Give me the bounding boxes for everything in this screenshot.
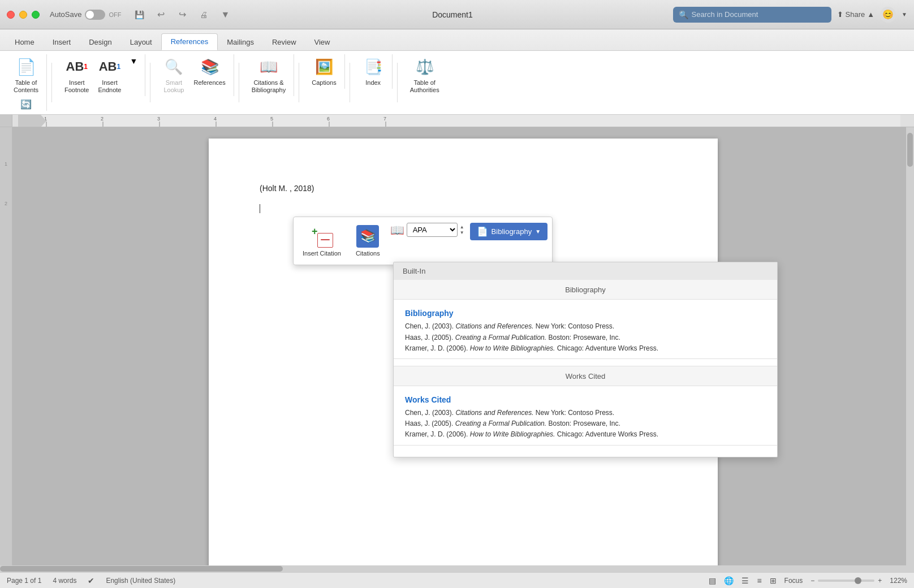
works-cited-dropdown-item[interactable]: Works Cited Chen, J. (2003). Citations a… [394, 386, 777, 446]
citations-popup-panel: + Insert Citation 📚 Citations [293, 217, 553, 265]
captions-button[interactable]: 🖼️ Captions [308, 54, 339, 89]
tab-home[interactable]: Home [6, 34, 44, 50]
smart-lookup-button[interactable]: 🔍 SmartLookup [159, 54, 188, 96]
ribbon-toolbar: 📄 Table ofContents 🔄 AB1 InsertFootnote … [0, 51, 914, 115]
endnote-options-button[interactable]: ▼ [127, 54, 140, 68]
layout-icon[interactable]: ▤ [709, 576, 716, 585]
more-icon[interactable]: ▼ [218, 8, 232, 21]
bibliography-dropdown: Built-In Bibliography Bibliography Chen,… [393, 262, 778, 457]
horizontal-scrollbar[interactable] [12, 565, 906, 572]
table-of-contents-button[interactable]: 📄 Table ofContents [10, 54, 42, 96]
tab-layout[interactable]: Layout [121, 34, 161, 50]
citations-label: Citations &Bibliography [252, 79, 286, 94]
proofing-icon[interactable]: ✔ [88, 576, 94, 585]
works-cited-ref-2: Haas, J. (2005). Creating a Formal Publi… [405, 418, 766, 429]
word-count: 4 words [53, 577, 76, 585]
works-cited-title: Works Cited [405, 395, 766, 404]
redo-icon[interactable]: ↪ [175, 8, 189, 21]
citations-books-icon: 📚 [356, 225, 379, 248]
svg-text:6: 6 [327, 116, 330, 122]
app-window: AutoSave OFF 💾 ↩ ↪ 🖨 ▼ Document1 🔍 ⬆ Sha… [0, 0, 914, 588]
research-group: 🔍 SmartLookup 📚 References [155, 54, 234, 96]
style-down-icon[interactable]: ▼ [460, 230, 464, 235]
citations-popup-btn[interactable]: 📚 Citations [351, 223, 385, 259]
autosave-toggle[interactable]: AutoSave OFF [50, 10, 121, 20]
index-button[interactable]: 📑 Index [359, 54, 387, 89]
zoom-thumb[interactable] [855, 577, 861, 584]
researcher-label: References [193, 79, 225, 87]
insert-endnote-button[interactable]: AB1 InsertEndnote [94, 54, 124, 96]
search-icon: 🔍 [679, 10, 688, 19]
print-icon[interactable]: 🖨 [197, 8, 210, 21]
tab-references[interactable]: References [161, 33, 218, 50]
researcher-button[interactable]: 📚 References [190, 54, 228, 89]
ruler-mark-2: 2 [5, 201, 7, 206]
user-avatar[interactable]: 😊 [880, 7, 896, 23]
bibliography-preview-label: Bibliography [394, 280, 777, 300]
works-cited-ref-3: Kramer, J. D. (2006). How to Write Bibli… [405, 429, 766, 440]
zoom-level[interactable]: 122% [890, 577, 907, 585]
svg-text:4: 4 [214, 116, 217, 122]
citation-style-select[interactable]: APA MLA Chicago Harvard [407, 223, 458, 237]
document-title: Document1 [238, 10, 667, 19]
zoom-in-icon[interactable]: + [878, 577, 882, 585]
insert-citation-label: Insert Citation [303, 250, 341, 257]
language[interactable]: English (United States) [106, 577, 175, 585]
share-icon: ⬆ [837, 10, 843, 19]
hscroll-thumb[interactable] [12, 566, 283, 572]
zoom-control[interactable]: − + [810, 577, 882, 585]
toc-group: 📄 Table ofContents 🔄 [6, 54, 47, 111]
footnote-label: InsertFootnote [64, 79, 89, 94]
tab-insert[interactable]: Insert [44, 34, 80, 50]
tab-mailings[interactable]: Mailings [218, 34, 263, 50]
ruler-mark-1: 1 [5, 161, 7, 167]
list-icon[interactable]: ☰ [741, 576, 749, 585]
statusbar: Page 1 of 1 4 words ✔ English (United St… [0, 572, 914, 588]
web-icon[interactable]: 🌐 [724, 576, 734, 585]
bibliography-item-title: Bibliography [405, 309, 766, 318]
bib-spacer [394, 359, 777, 366]
bibliography-dropdown-item[interactable]: Bibliography Chen, J. (2003). Citations … [394, 300, 777, 359]
captions-icon: 🖼️ [314, 57, 334, 77]
search-bar[interactable]: 🔍 [673, 7, 831, 23]
style-up-icon[interactable]: ▲ [460, 224, 464, 230]
insert-citation-popup-button[interactable]: + Insert Citation [298, 223, 346, 259]
toa-button[interactable]: ⚖️ Table ofAuthorities [407, 54, 443, 96]
maximize-button[interactable] [32, 11, 40, 19]
toc-refresh-button[interactable]: 🔄 [18, 97, 35, 111]
search-input[interactable] [692, 10, 816, 19]
citation-text[interactable]: (Holt M. , 2018) [260, 184, 667, 193]
chevron-icon: ▲ [867, 10, 874, 19]
tab-review[interactable]: Review [263, 34, 305, 50]
insert-footnote-button[interactable]: AB1 InsertFootnote [61, 54, 92, 96]
autosave-switch[interactable] [85, 10, 105, 20]
zoom-out-icon[interactable]: − [810, 577, 814, 585]
vertical-scrollbar[interactable] [906, 127, 914, 572]
toolbar-icons: 💾 ↩ ↪ 🖨 ▼ [132, 8, 232, 21]
endnote-icon: AB1 [100, 57, 120, 77]
read-mode-icon[interactable]: ⊞ [770, 576, 777, 585]
footnote-icon: AB1 [67, 57, 87, 77]
autosave-state: OFF [109, 11, 121, 18]
vscroll-thumb[interactable] [907, 133, 913, 167]
dropdown-arrow-icon[interactable]: ▼ [902, 11, 907, 18]
outline-icon[interactable]: ≡ [757, 576, 761, 585]
statusbar-right: ▤ 🌐 ☰ ≡ ⊞ Focus − + 122% [709, 576, 907, 585]
zoom-track[interactable] [818, 580, 874, 582]
cursor-line[interactable] [260, 204, 667, 213]
divider-2 [150, 63, 150, 102]
bibliography-ref-2: Haas, J. (2005). Creating a Formal Publi… [405, 332, 766, 343]
undo-icon[interactable]: ↩ [154, 8, 167, 21]
focus-label[interactable]: Focus [784, 577, 803, 585]
bibliography-button[interactable]: 📄 Bibliography ▼ [470, 223, 547, 240]
index-label: Index [365, 79, 381, 87]
minimize-button[interactable] [19, 11, 27, 19]
citations-popup-label: Citations [356, 250, 380, 257]
close-button[interactable] [7, 11, 15, 19]
tab-view[interactable]: View [305, 34, 339, 50]
titlebar-right: ⬆ Share ▲ 😊 ▼ [837, 7, 907, 23]
citations-bibliography-button[interactable]: 📖 Citations &Bibliography [248, 54, 290, 96]
tab-design[interactable]: Design [80, 34, 120, 50]
share-button[interactable]: ⬆ Share ▲ [837, 10, 875, 19]
save-icon[interactable]: 💾 [132, 8, 146, 21]
